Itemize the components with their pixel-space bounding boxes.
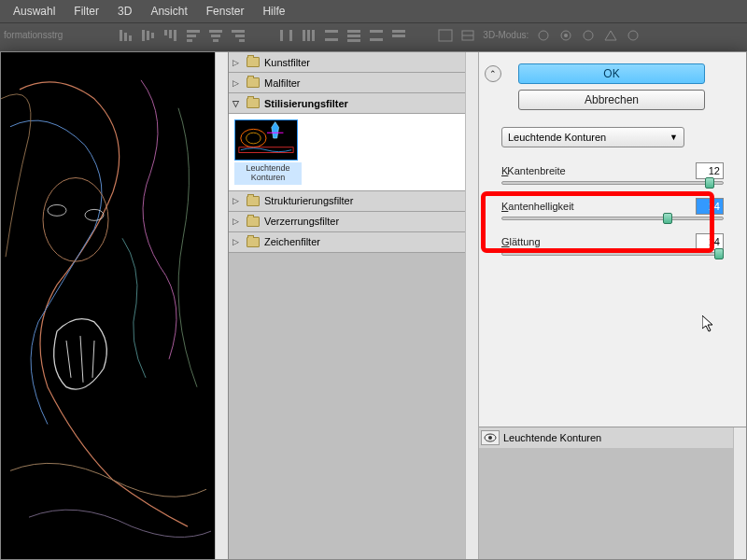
- svg-rect-30: [392, 30, 405, 33]
- folder-icon: [247, 217, 260, 227]
- distribute-icon-6[interactable]: [391, 29, 406, 42]
- 3d-icon-3[interactable]: [581, 29, 596, 42]
- menu-3d[interactable]: 3D: [108, 1, 141, 21]
- preview-pane[interactable]: [1, 52, 215, 559]
- param-label: Kantenhelligkeit: [501, 201, 574, 212]
- menu-hilfe[interactable]: Hilfe: [253, 1, 294, 21]
- svg-rect-12: [209, 30, 222, 33]
- param-label: KKantenbreite: [501, 165, 566, 176]
- chevron-up-double-icon: ⌃: [489, 69, 497, 78]
- svg-point-49: [488, 436, 492, 440]
- 3d-icon-5[interactable]: [626, 29, 641, 42]
- collapse-button[interactable]: ⌃: [485, 65, 501, 82]
- svg-rect-26: [347, 35, 360, 37]
- svg-rect-10: [187, 35, 196, 37]
- kantenbreite-slider[interactable]: [501, 181, 724, 185]
- toolbar-3d-label: 3D-Modus:: [483, 30, 529, 40]
- filter-list-scrollbar[interactable]: [465, 52, 478, 559]
- align-icon-1[interactable]: [119, 29, 134, 42]
- svg-rect-15: [232, 30, 245, 33]
- chevron-right-icon: ▷: [233, 78, 242, 88]
- filter-group-label: Malfilter: [264, 77, 301, 89]
- tool-icon-a[interactable]: [438, 29, 453, 42]
- filter-group-verzerrung[interactable]: ▷ Verzerrungsfilter: [229, 212, 465, 232]
- distribute-icon-2[interactable]: [302, 29, 317, 42]
- filter-group-label: Stilisierungsfilter: [264, 98, 348, 109]
- align-icon-3[interactable]: [163, 29, 178, 42]
- svg-rect-19: [289, 30, 292, 41]
- chevron-down-icon: ▽: [233, 99, 242, 108]
- chevron-right-icon: ▷: [233, 237, 242, 246]
- svg-rect-23: [325, 30, 338, 33]
- svg-rect-5: [151, 33, 154, 38]
- svg-rect-31: [392, 35, 405, 37]
- effect-row[interactable]: Leuchtende Konturen: [479, 427, 733, 448]
- align-icon-6[interactable]: [231, 29, 246, 42]
- filter-group-kunstfilter[interactable]: ▷ Kunstfilter: [229, 52, 465, 73]
- 3d-icon-2[interactable]: [558, 29, 573, 42]
- kantenhelligkeit-slider[interactable]: [501, 217, 724, 220]
- filter-group-label: Zeichenfilter: [264, 236, 320, 247]
- svg-rect-17: [239, 39, 245, 42]
- chevron-right-icon: ▷: [233, 196, 242, 205]
- svg-rect-21: [307, 30, 310, 41]
- folder-icon: [247, 77, 260, 88]
- menubar: Auswahl Filter 3D Ansicht Fenster Hilfe: [0, 0, 747, 22]
- cancel-button[interactable]: Abbrechen: [518, 90, 705, 110]
- param-kantenhelligkeit: Kantenhelligkeit: [492, 198, 733, 215]
- menu-filter[interactable]: Filter: [64, 1, 108, 21]
- filter-group-stilisierung[interactable]: ▽ Stilisierungsfilter: [229, 93, 465, 114]
- chevron-right-icon: ▷: [233, 58, 242, 67]
- slider-thumb[interactable]: [705, 177, 714, 189]
- filter-select-dropdown[interactable]: Leuchtende Konturen ▼: [501, 127, 684, 147]
- svg-rect-28: [370, 30, 383, 33]
- 3d-icon-4[interactable]: [603, 29, 618, 42]
- glaettung-slider[interactable]: [501, 252, 724, 256]
- menu-fenster[interactable]: Fenster: [197, 1, 254, 21]
- toolbar-label-left: formationsstrg: [4, 30, 63, 40]
- ok-button[interactable]: OK: [518, 63, 705, 84]
- chevron-right-icon: ▷: [233, 217, 242, 226]
- filter-thumb-leuchtende-konturen[interactable]: Leuchtende Konturen: [234, 119, 302, 185]
- svg-rect-11: [187, 39, 192, 42]
- tool-icon-b[interactable]: [460, 29, 475, 42]
- filter-group-strukturierung[interactable]: ▷ Strukturierungsfilter: [229, 191, 465, 212]
- svg-rect-27: [347, 39, 360, 42]
- eye-icon[interactable]: [481, 430, 500, 445]
- param-kantenbreite: KKantenbreite: [492, 162, 733, 179]
- filter-settings-pane: ⌃ OK Abbrechen Leuchtende Konturen ▼ KKa…: [478, 52, 746, 559]
- menu-auswahl[interactable]: Auswahl: [4, 1, 64, 21]
- distribute-icon-1[interactable]: [279, 29, 294, 42]
- svg-rect-0: [120, 30, 122, 41]
- distribute-icon-5[interactable]: [369, 29, 384, 42]
- 3d-icon-1[interactable]: [536, 29, 551, 42]
- distribute-icon-4[interactable]: [346, 29, 361, 42]
- filter-group-malfilter[interactable]: ▷ Malfilter: [229, 73, 465, 93]
- slider-thumb[interactable]: [714, 248, 724, 259]
- folder-icon: [247, 98, 260, 108]
- svg-rect-9: [187, 30, 200, 33]
- preview-scrollbar[interactable]: [215, 52, 228, 559]
- align-icon-5[interactable]: [208, 29, 223, 42]
- filter-category-pane: ▷ Kunstfilter ▷ Malfilter ▽ Stilisierung…: [228, 52, 465, 559]
- svg-rect-14: [213, 39, 218, 42]
- dropdown-value: Leuchtende Konturen: [508, 132, 606, 143]
- chevron-down-icon: ▼: [669, 133, 678, 142]
- folder-icon: [247, 196, 260, 206]
- effects-scrollbar[interactable]: [733, 427, 746, 559]
- align-icon-2[interactable]: [141, 29, 156, 42]
- svg-point-39: [628, 31, 638, 40]
- svg-rect-7: [169, 30, 172, 38]
- filter-group-zeichen[interactable]: ▷ Zeichenfilter: [229, 232, 465, 253]
- svg-rect-20: [303, 30, 305, 41]
- menu-ansicht[interactable]: Ansicht: [141, 1, 196, 21]
- svg-rect-40: [1, 52, 215, 559]
- distribute-icon-3[interactable]: [324, 29, 339, 42]
- align-icon-4[interactable]: [186, 29, 201, 42]
- slider-thumb[interactable]: [663, 213, 672, 224]
- kantenhelligkeit-input[interactable]: [696, 198, 724, 215]
- svg-rect-13: [211, 35, 220, 37]
- filter-group-label: Strukturierungsfilter: [264, 195, 353, 206]
- svg-rect-16: [235, 35, 245, 37]
- svg-rect-25: [347, 30, 360, 33]
